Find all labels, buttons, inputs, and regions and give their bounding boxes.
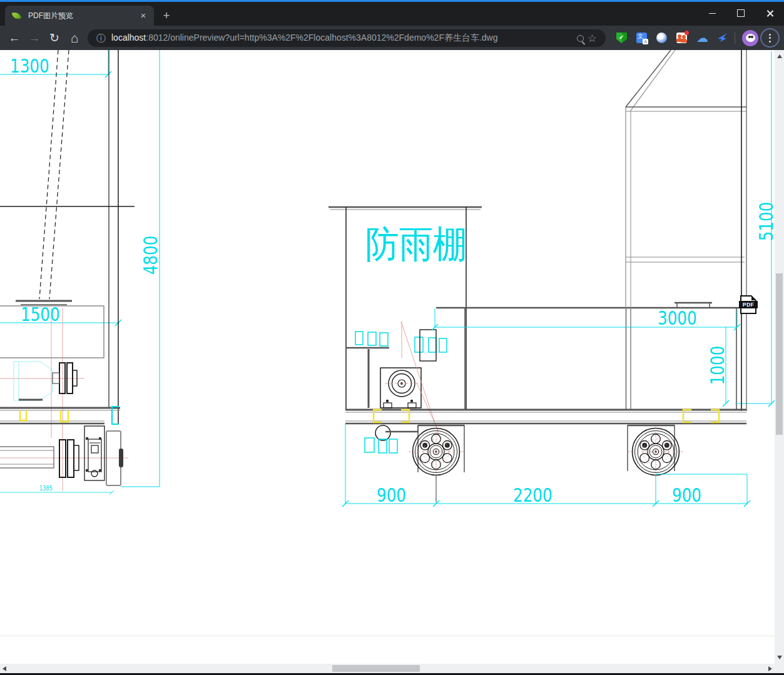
pdf-file-icon[interactable]: PDF	[740, 295, 756, 314]
url-path: :8012/onlinePreview?url=http%3A%2F%2Floc…	[146, 33, 497, 43]
dim-2200: 2200	[513, 486, 552, 505]
browser-tab[interactable]: PDF图片预览 ×	[5, 6, 154, 26]
vertical-scrollbar-thumb[interactable]	[776, 273, 783, 435]
shield-check-glyph: ✓	[619, 34, 624, 41]
minimize-button[interactable]	[698, 2, 726, 24]
eye-dot	[748, 36, 751, 38]
close-window-button[interactable]	[755, 2, 784, 24]
forward-button[interactable]: →	[25, 26, 44, 50]
url-host: localhost	[111, 33, 146, 43]
shelter-text-label: 防雨棚	[365, 223, 467, 266]
dim-3000: 3000	[658, 309, 697, 328]
site-info-icon[interactable]: ⓘ	[96, 33, 106, 44]
scrollbar-corner	[775, 664, 784, 673]
dim-1500: 1500	[21, 305, 60, 324]
person-icon	[682, 35, 686, 39]
dim-1385: 1385	[39, 485, 53, 492]
spring-leaf-favicon	[12, 11, 22, 21]
shield-extension-icon[interactable]: ✓	[616, 33, 627, 43]
tab-title: PDF图片预览	[28, 11, 128, 21]
home-button[interactable]: ⌂	[65, 26, 84, 50]
close-icon	[766, 9, 774, 18]
translate-a-glyph: A	[643, 39, 648, 44]
dim-1300: 1300	[10, 57, 49, 76]
eye-dot	[751, 36, 753, 38]
contacts-extension-icon[interactable]	[676, 33, 687, 43]
maximize-icon	[737, 9, 745, 17]
pdf-icon-label: PDF	[739, 301, 758, 308]
sphere-extension-icon[interactable]	[656, 33, 667, 43]
horizontal-scrollbar-thumb[interactable]	[332, 665, 420, 672]
translate-extension-icon[interactable]: 文 A	[636, 33, 647, 43]
bird-extension-icon[interactable]	[717, 33, 728, 43]
new-tab-button[interactable]: +	[160, 9, 173, 22]
tab-close-icon[interactable]: ×	[138, 10, 149, 21]
dim-5100: 5100	[757, 202, 776, 241]
tab-bar: PDF图片预览 × +	[0, 2, 784, 26]
profile-avatar[interactable]	[742, 30, 758, 46]
browser-toolbar: ← → ↻ ⌂ ⓘ localhost:8012/onlinePreview?u…	[0, 26, 784, 50]
browser-menu-button[interactable]	[760, 28, 780, 48]
bookmark-star-icon[interactable]: ☆	[588, 32, 597, 45]
reload-button[interactable]: ↻	[45, 26, 64, 50]
dim-900-right: 900	[672, 486, 701, 505]
horizontal-scrollbar[interactable]	[0, 664, 775, 673]
window-controls	[698, 2, 784, 24]
notification-badge	[685, 31, 689, 35]
address-bar[interactable]: ⓘ localhost:8012/onlinePreview?url=http%…	[88, 29, 606, 47]
cad-drawing-canvas	[0, 0, 784, 675]
panda-face-icon	[746, 34, 755, 42]
scroll-left-arrow-icon[interactable]	[3, 666, 6, 671]
dim-4800: 4800	[141, 236, 160, 275]
person-icon	[678, 34, 681, 38]
vertical-scrollbar[interactable]	[775, 50, 784, 664]
dim-1000: 1000	[708, 346, 727, 385]
back-button[interactable]: ←	[5, 26, 24, 50]
page-boundary-line	[0, 636, 784, 636]
minimize-icon	[709, 13, 716, 14]
dim-900-left: 900	[377, 486, 406, 505]
url-text: localhost:8012/onlinePreview?url=http%3A…	[111, 33, 577, 44]
scroll-right-arrow-icon[interactable]	[768, 666, 772, 671]
extensions-divider	[735, 33, 735, 44]
zoom-icon[interactable]	[577, 35, 584, 42]
cloud-extension-icon[interactable]: ☁	[696, 33, 707, 43]
scroll-down-arrow-icon[interactable]	[777, 656, 782, 659]
maximize-button[interactable]	[726, 2, 755, 24]
pdf-icon-fold	[751, 295, 756, 300]
scroll-up-arrow-icon[interactable]	[777, 54, 782, 58]
